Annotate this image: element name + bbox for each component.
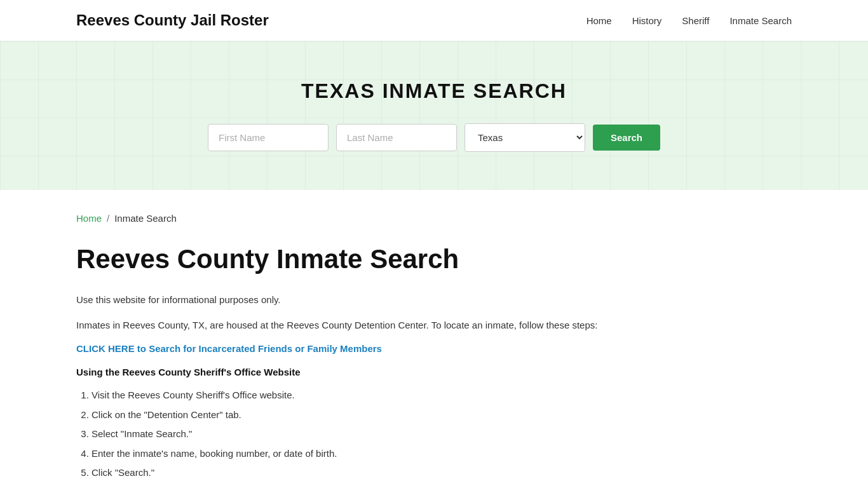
page-title: Reeves County Inmate Search xyxy=(76,244,792,274)
list-item: Click on the "Detention Center" tab. xyxy=(92,406,792,424)
search-button[interactable]: Search xyxy=(593,125,660,151)
breadcrumb-current: Inmate Search xyxy=(114,213,177,224)
site-header: Reeves County Jail Roster Home History S… xyxy=(0,0,868,41)
first-name-input[interactable] xyxy=(208,124,329,151)
list-item: Click "Search." xyxy=(92,464,792,482)
nav-home[interactable]: Home xyxy=(587,15,612,26)
info-para-1: Use this website for informational purpo… xyxy=(76,292,792,308)
last-name-input[interactable] xyxy=(336,124,457,151)
list-item: Visit the Reeves County Sheriff's Office… xyxy=(92,386,792,405)
inmate-search-form: TexasAlabamaAlaskaArizonaArkansasCalifor… xyxy=(13,123,855,152)
nav-history[interactable]: History xyxy=(632,15,662,26)
hero-section: TEXAS INMATE SEARCH TexasAlabamaAlaskaAr… xyxy=(0,41,868,190)
main-content: Home / Inmate Search Reeves County Inmat… xyxy=(0,190,868,482)
section-heading: Using the Reeves County Sheriff's Office… xyxy=(76,367,792,377)
breadcrumb-separator: / xyxy=(107,213,109,224)
info-para-2: Inmates in Reeves County, TX, are housed… xyxy=(76,318,792,333)
state-select[interactable]: TexasAlabamaAlaskaArizonaArkansasCalifor… xyxy=(465,123,585,152)
list-item: Enter the inmate's name, booking number,… xyxy=(92,445,792,463)
site-logo[interactable]: Reeves County Jail Roster xyxy=(76,11,269,29)
click-search-link[interactable]: CLICK HERE to Search for Incarcerated Fr… xyxy=(76,343,382,354)
steps-list: Visit the Reeves County Sheriff's Office… xyxy=(76,386,792,482)
nav-inmate-search[interactable]: Inmate Search xyxy=(729,15,792,26)
nav-sheriff[interactable]: Sheriff xyxy=(682,15,709,26)
main-nav: Home History Sheriff Inmate Search xyxy=(587,15,792,26)
hero-title: TEXAS INMATE SEARCH xyxy=(13,79,855,103)
breadcrumb-home[interactable]: Home xyxy=(76,213,102,224)
list-item: Select "Inmate Search." xyxy=(92,425,792,444)
breadcrumb: Home / Inmate Search xyxy=(76,190,792,224)
